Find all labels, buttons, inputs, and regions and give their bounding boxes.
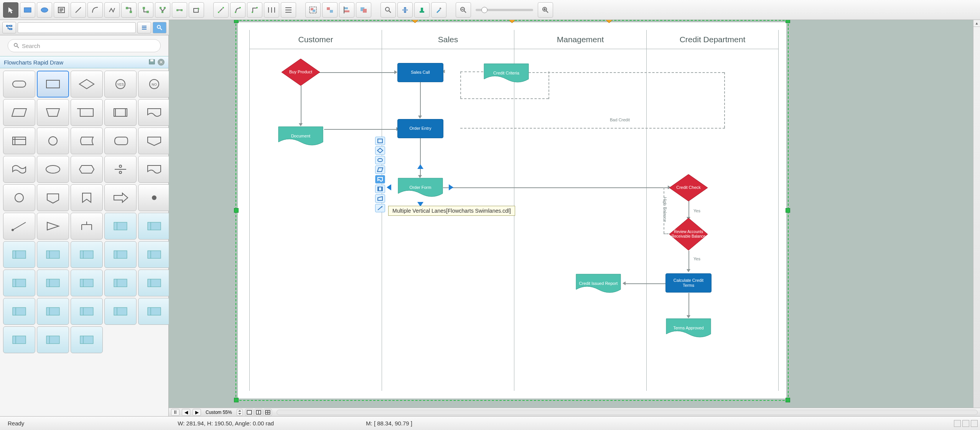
smart-conn-tool[interactable] <box>138 2 153 18</box>
view-mode-segment[interactable] <box>245 409 272 416</box>
lane-management[interactable]: Management <box>514 30 646 391</box>
lane-header[interactable]: Credit Department <box>647 30 778 49</box>
rd-manual-input[interactable] <box>375 194 385 203</box>
shape-hlane-1[interactable] <box>104 241 137 268</box>
shape-hexagon[interactable] <box>71 156 103 183</box>
document-node[interactable]: Document <box>278 126 324 147</box>
rd-predefined[interactable] <box>375 185 385 193</box>
edge-label[interactable]: Yes <box>693 208 700 213</box>
status-icon-2[interactable] <box>962 420 969 427</box>
eyedropper-tool[interactable] <box>431 2 446 18</box>
rd-terminator[interactable] <box>375 156 385 164</box>
document-terms-approved[interactable]: Terms Approved <box>665 318 712 339</box>
order-tool[interactable] <box>356 2 371 18</box>
rd-process[interactable] <box>375 137 385 145</box>
dist-h-tool[interactable] <box>264 2 279 18</box>
connector[interactable] <box>460 98 548 99</box>
shape-prep[interactable] <box>37 156 69 183</box>
pause-button[interactable]: II <box>171 409 180 416</box>
zoom-in-button[interactable] <box>538 2 553 18</box>
pan-tool[interactable] <box>397 2 413 18</box>
shape-manual-op[interactable] <box>37 99 69 126</box>
shape-card[interactable] <box>71 99 103 126</box>
lane-header[interactable]: Customer <box>250 30 382 49</box>
horizontal-scrollbar[interactable] <box>277 410 978 415</box>
conn-step-tool[interactable] <box>247 2 262 18</box>
text-tool[interactable] <box>54 2 69 18</box>
ungroup-tool[interactable] <box>322 2 338 18</box>
shape-bookmark[interactable] <box>71 184 103 211</box>
edge-label[interactable]: Bad Credit <box>610 117 630 122</box>
line-tool[interactable] <box>71 2 86 18</box>
shape-offpage[interactable] <box>138 127 170 154</box>
dist-v-tool[interactable] <box>281 2 296 18</box>
shape-circle-connector[interactable] <box>37 127 69 154</box>
connector[interactable] <box>318 72 395 73</box>
process-calc-terms[interactable]: Calculate Credit Terms <box>665 273 712 293</box>
rapid-draw-palette[interactable] <box>375 137 385 212</box>
shape-yes[interactable]: YES <box>104 71 137 98</box>
connector[interactable] <box>724 72 725 128</box>
shape-corner-lane-tr[interactable] <box>138 213 170 240</box>
rd-data[interactable] <box>375 165 385 174</box>
zoom-out-button[interactable] <box>456 2 471 18</box>
decision-buy-product[interactable]: Buy Product <box>282 59 320 86</box>
shape-display[interactable] <box>104 127 137 154</box>
shape-offpage-down[interactable] <box>37 184 69 211</box>
shape-hlane-2[interactable] <box>138 241 170 268</box>
scroll-up-button[interactable]: ▲ <box>973 20 980 27</box>
connector[interactable] <box>548 71 549 99</box>
process-order-entry[interactable]: Order Entry <box>397 119 443 138</box>
shape-vbar-1[interactable] <box>104 298 137 325</box>
shape-search-input[interactable]: Search <box>8 39 161 52</box>
shape-hswim-a[interactable] <box>104 270 137 296</box>
lane-header[interactable]: Management <box>514 30 646 49</box>
shape-vswim-a[interactable] <box>3 270 35 296</box>
group-tool[interactable] <box>305 2 321 18</box>
connector[interactable] <box>324 129 397 130</box>
shape-vswim-b[interactable] <box>37 270 69 296</box>
lane-header[interactable]: Sales <box>382 30 514 49</box>
conn-curve-tool[interactable] <box>230 2 245 18</box>
shape-or[interactable] <box>138 156 170 183</box>
rd-document[interactable] <box>375 175 385 184</box>
connector[interactable] <box>688 293 689 316</box>
connector[interactable] <box>460 71 483 72</box>
connector[interactable] <box>460 71 461 98</box>
shape-stored-data[interactable] <box>71 127 103 154</box>
zoom-tool[interactable] <box>380 2 396 18</box>
shape-doc[interactable] <box>138 99 170 126</box>
zoom-slider-thumb[interactable] <box>481 7 488 13</box>
pointer-tool[interactable] <box>3 2 18 18</box>
canvas-area[interactable]: Customer Sales Management Credit Departm… <box>169 20 973 408</box>
shape-process[interactable] <box>37 71 69 98</box>
insert-shape-tool[interactable] <box>189 2 204 18</box>
polyline-tool[interactable] <box>104 2 120 18</box>
document-order-form[interactable]: Order Form <box>397 177 443 198</box>
outline-list-button[interactable] <box>137 22 151 33</box>
view-normal[interactable] <box>245 409 254 416</box>
connector[interactable] <box>460 128 725 129</box>
library-filter-input[interactable] <box>18 22 136 33</box>
shape-amp[interactable] <box>37 213 69 240</box>
align-tool[interactable] <box>339 2 354 18</box>
multi-conn-tool[interactable] <box>155 2 170 18</box>
decision-review-ar[interactable]: Review Accounts Receivable Balance <box>669 218 708 250</box>
connector[interactable] <box>525 72 724 73</box>
status-icon-3[interactable] <box>971 420 978 427</box>
shape-disk[interactable] <box>3 184 35 211</box>
shape-arrow-right[interactable] <box>104 184 137 211</box>
shape-predefined[interactable] <box>104 99 137 126</box>
shape-vlane-2[interactable] <box>37 241 69 268</box>
shape-pool-a[interactable] <box>3 298 35 325</box>
connector[interactable] <box>420 137 421 176</box>
smart-connect-left-icon[interactable] <box>387 184 391 190</box>
shape-pool-b[interactable] <box>37 298 69 325</box>
connector[interactable] <box>688 251 689 270</box>
shape-vgroup-1[interactable] <box>3 326 35 353</box>
edge-label[interactable]: High Balance <box>663 197 667 222</box>
document-credit-issued[interactable]: Credit Issued Report <box>575 273 621 294</box>
edge-label[interactable]: Yes <box>693 256 700 261</box>
process-sales-call[interactable]: Sales Call <box>397 63 443 82</box>
shape-vgroup-3[interactable] <box>71 326 103 353</box>
